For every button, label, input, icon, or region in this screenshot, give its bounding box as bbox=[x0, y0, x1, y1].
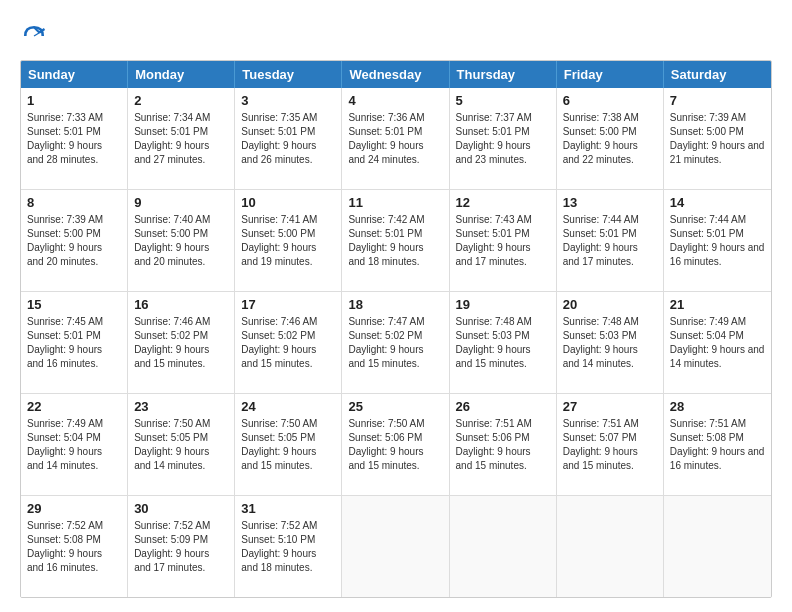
calendar-cell: 30Sunrise: 7:52 AMSunset: 5:09 PMDayligh… bbox=[128, 496, 235, 597]
day-number: 9 bbox=[134, 194, 228, 212]
cell-text: Sunrise: 7:39 AMSunset: 5:00 PMDaylight:… bbox=[670, 111, 765, 167]
calendar-header-cell: Wednesday bbox=[342, 61, 449, 88]
calendar-cell: 16Sunrise: 7:46 AMSunset: 5:02 PMDayligh… bbox=[128, 292, 235, 393]
calendar-cell: 14Sunrise: 7:44 AMSunset: 5:01 PMDayligh… bbox=[664, 190, 771, 291]
cell-text: Sunrise: 7:48 AMSunset: 5:03 PMDaylight:… bbox=[563, 315, 657, 371]
day-number: 2 bbox=[134, 92, 228, 110]
day-number: 27 bbox=[563, 398, 657, 416]
day-number: 28 bbox=[670, 398, 765, 416]
cell-text: Sunrise: 7:52 AMSunset: 5:09 PMDaylight:… bbox=[134, 519, 228, 575]
day-number: 13 bbox=[563, 194, 657, 212]
calendar-cell bbox=[342, 496, 449, 597]
cell-text: Sunrise: 7:44 AMSunset: 5:01 PMDaylight:… bbox=[670, 213, 765, 269]
calendar-cell bbox=[450, 496, 557, 597]
calendar-header-cell: Sunday bbox=[21, 61, 128, 88]
calendar-cell: 3Sunrise: 7:35 AMSunset: 5:01 PMDaylight… bbox=[235, 88, 342, 189]
logo-icon bbox=[20, 22, 48, 50]
calendar-cell: 5Sunrise: 7:37 AMSunset: 5:01 PMDaylight… bbox=[450, 88, 557, 189]
calendar-cell: 22Sunrise: 7:49 AMSunset: 5:04 PMDayligh… bbox=[21, 394, 128, 495]
calendar-week: 1Sunrise: 7:33 AMSunset: 5:01 PMDaylight… bbox=[21, 88, 771, 189]
cell-text: Sunrise: 7:50 AMSunset: 5:05 PMDaylight:… bbox=[134, 417, 228, 473]
calendar-cell: 31Sunrise: 7:52 AMSunset: 5:10 PMDayligh… bbox=[235, 496, 342, 597]
day-number: 10 bbox=[241, 194, 335, 212]
calendar-cell: 9Sunrise: 7:40 AMSunset: 5:00 PMDaylight… bbox=[128, 190, 235, 291]
cell-text: Sunrise: 7:52 AMSunset: 5:08 PMDaylight:… bbox=[27, 519, 121, 575]
calendar-week: 8Sunrise: 7:39 AMSunset: 5:00 PMDaylight… bbox=[21, 189, 771, 291]
calendar-cell: 20Sunrise: 7:48 AMSunset: 5:03 PMDayligh… bbox=[557, 292, 664, 393]
cell-text: Sunrise: 7:49 AMSunset: 5:04 PMDaylight:… bbox=[670, 315, 765, 371]
header bbox=[20, 18, 772, 50]
calendar-header-cell: Monday bbox=[128, 61, 235, 88]
calendar-header-cell: Thursday bbox=[450, 61, 557, 88]
cell-text: Sunrise: 7:37 AMSunset: 5:01 PMDaylight:… bbox=[456, 111, 550, 167]
logo bbox=[20, 22, 52, 50]
cell-text: Sunrise: 7:43 AMSunset: 5:01 PMDaylight:… bbox=[456, 213, 550, 269]
calendar-cell: 24Sunrise: 7:50 AMSunset: 5:05 PMDayligh… bbox=[235, 394, 342, 495]
day-number: 8 bbox=[27, 194, 121, 212]
cell-text: Sunrise: 7:33 AMSunset: 5:01 PMDaylight:… bbox=[27, 111, 121, 167]
day-number: 22 bbox=[27, 398, 121, 416]
calendar-cell: 21Sunrise: 7:49 AMSunset: 5:04 PMDayligh… bbox=[664, 292, 771, 393]
calendar-header-cell: Saturday bbox=[664, 61, 771, 88]
calendar-week: 22Sunrise: 7:49 AMSunset: 5:04 PMDayligh… bbox=[21, 393, 771, 495]
cell-text: Sunrise: 7:39 AMSunset: 5:00 PMDaylight:… bbox=[27, 213, 121, 269]
calendar-cell: 18Sunrise: 7:47 AMSunset: 5:02 PMDayligh… bbox=[342, 292, 449, 393]
calendar-cell: 28Sunrise: 7:51 AMSunset: 5:08 PMDayligh… bbox=[664, 394, 771, 495]
day-number: 21 bbox=[670, 296, 765, 314]
day-number: 1 bbox=[27, 92, 121, 110]
calendar-body: 1Sunrise: 7:33 AMSunset: 5:01 PMDaylight… bbox=[21, 88, 771, 597]
calendar-cell: 17Sunrise: 7:46 AMSunset: 5:02 PMDayligh… bbox=[235, 292, 342, 393]
calendar-cell: 26Sunrise: 7:51 AMSunset: 5:06 PMDayligh… bbox=[450, 394, 557, 495]
calendar-cell: 23Sunrise: 7:50 AMSunset: 5:05 PMDayligh… bbox=[128, 394, 235, 495]
cell-text: Sunrise: 7:51 AMSunset: 5:07 PMDaylight:… bbox=[563, 417, 657, 473]
day-number: 24 bbox=[241, 398, 335, 416]
cell-text: Sunrise: 7:47 AMSunset: 5:02 PMDaylight:… bbox=[348, 315, 442, 371]
calendar-cell: 4Sunrise: 7:36 AMSunset: 5:01 PMDaylight… bbox=[342, 88, 449, 189]
cell-text: Sunrise: 7:50 AMSunset: 5:06 PMDaylight:… bbox=[348, 417, 442, 473]
day-number: 12 bbox=[456, 194, 550, 212]
cell-text: Sunrise: 7:38 AMSunset: 5:00 PMDaylight:… bbox=[563, 111, 657, 167]
calendar-cell: 7Sunrise: 7:39 AMSunset: 5:00 PMDaylight… bbox=[664, 88, 771, 189]
day-number: 31 bbox=[241, 500, 335, 518]
day-number: 11 bbox=[348, 194, 442, 212]
cell-text: Sunrise: 7:35 AMSunset: 5:01 PMDaylight:… bbox=[241, 111, 335, 167]
calendar-cell: 25Sunrise: 7:50 AMSunset: 5:06 PMDayligh… bbox=[342, 394, 449, 495]
day-number: 7 bbox=[670, 92, 765, 110]
day-number: 18 bbox=[348, 296, 442, 314]
day-number: 15 bbox=[27, 296, 121, 314]
cell-text: Sunrise: 7:34 AMSunset: 5:01 PMDaylight:… bbox=[134, 111, 228, 167]
day-number: 17 bbox=[241, 296, 335, 314]
day-number: 3 bbox=[241, 92, 335, 110]
calendar-cell: 13Sunrise: 7:44 AMSunset: 5:01 PMDayligh… bbox=[557, 190, 664, 291]
day-number: 23 bbox=[134, 398, 228, 416]
calendar-cell: 19Sunrise: 7:48 AMSunset: 5:03 PMDayligh… bbox=[450, 292, 557, 393]
day-number: 4 bbox=[348, 92, 442, 110]
calendar-header-row: SundayMondayTuesdayWednesdayThursdayFrid… bbox=[21, 61, 771, 88]
day-number: 14 bbox=[670, 194, 765, 212]
cell-text: Sunrise: 7:52 AMSunset: 5:10 PMDaylight:… bbox=[241, 519, 335, 575]
cell-text: Sunrise: 7:40 AMSunset: 5:00 PMDaylight:… bbox=[134, 213, 228, 269]
day-number: 19 bbox=[456, 296, 550, 314]
cell-text: Sunrise: 7:51 AMSunset: 5:08 PMDaylight:… bbox=[670, 417, 765, 473]
day-number: 29 bbox=[27, 500, 121, 518]
cell-text: Sunrise: 7:51 AMSunset: 5:06 PMDaylight:… bbox=[456, 417, 550, 473]
day-number: 25 bbox=[348, 398, 442, 416]
cell-text: Sunrise: 7:36 AMSunset: 5:01 PMDaylight:… bbox=[348, 111, 442, 167]
calendar-cell: 6Sunrise: 7:38 AMSunset: 5:00 PMDaylight… bbox=[557, 88, 664, 189]
cell-text: Sunrise: 7:44 AMSunset: 5:01 PMDaylight:… bbox=[563, 213, 657, 269]
cell-text: Sunrise: 7:49 AMSunset: 5:04 PMDaylight:… bbox=[27, 417, 121, 473]
cell-text: Sunrise: 7:41 AMSunset: 5:00 PMDaylight:… bbox=[241, 213, 335, 269]
calendar-week: 29Sunrise: 7:52 AMSunset: 5:08 PMDayligh… bbox=[21, 495, 771, 597]
calendar-cell bbox=[664, 496, 771, 597]
calendar-cell bbox=[557, 496, 664, 597]
cell-text: Sunrise: 7:46 AMSunset: 5:02 PMDaylight:… bbox=[134, 315, 228, 371]
calendar-cell: 1Sunrise: 7:33 AMSunset: 5:01 PMDaylight… bbox=[21, 88, 128, 189]
cell-text: Sunrise: 7:46 AMSunset: 5:02 PMDaylight:… bbox=[241, 315, 335, 371]
cell-text: Sunrise: 7:42 AMSunset: 5:01 PMDaylight:… bbox=[348, 213, 442, 269]
calendar-cell: 2Sunrise: 7:34 AMSunset: 5:01 PMDaylight… bbox=[128, 88, 235, 189]
calendar-cell: 27Sunrise: 7:51 AMSunset: 5:07 PMDayligh… bbox=[557, 394, 664, 495]
day-number: 30 bbox=[134, 500, 228, 518]
calendar-header-cell: Friday bbox=[557, 61, 664, 88]
cell-text: Sunrise: 7:48 AMSunset: 5:03 PMDaylight:… bbox=[456, 315, 550, 371]
calendar-cell: 12Sunrise: 7:43 AMSunset: 5:01 PMDayligh… bbox=[450, 190, 557, 291]
